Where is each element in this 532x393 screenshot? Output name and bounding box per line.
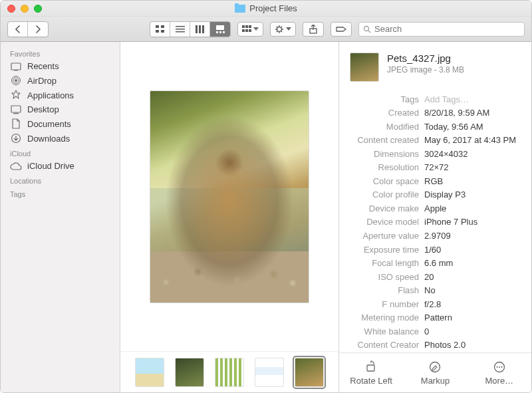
desktop-icon <box>10 105 22 114</box>
search-icon <box>363 25 371 33</box>
action-label: Rotate Left <box>350 376 392 386</box>
metadata-value: May 6, 2017 at 4:43 PM <box>424 134 521 146</box>
rotate-left-icon <box>364 360 378 374</box>
metadata-value: 6.6 mm <box>424 257 521 269</box>
metadata-key: Device model <box>350 216 424 228</box>
close-window-button[interactable] <box>7 5 15 13</box>
metadata-row: Exposure time1/60 <box>350 243 521 257</box>
markup-button[interactable]: Markup <box>403 353 467 392</box>
metadata-row: Content createdMay 6, 2017 at 4:43 PM <box>350 134 521 148</box>
sidebar-item-label: Recents <box>27 61 59 71</box>
svg-rect-23 <box>11 63 21 70</box>
metadata-key: Content created <box>350 134 424 146</box>
svg-rect-5 <box>176 29 185 30</box>
markup-icon <box>428 360 442 374</box>
thumbnail-selected[interactable] <box>295 358 324 387</box>
minimize-window-button[interactable] <box>21 5 29 13</box>
main-content <box>120 42 338 392</box>
svg-point-34 <box>496 366 497 368</box>
rotate-left-button[interactable]: Rotate Left <box>339 353 403 392</box>
inspector-thumbnail <box>350 53 379 82</box>
metadata-value: Display P3 <box>424 189 521 201</box>
metadata-row: Content CreatorPhotos 2.0 <box>350 338 521 352</box>
sidebar-item-label: Documents <box>27 119 71 129</box>
metadata-value: 0 <box>424 326 521 338</box>
thumbnail[interactable] <box>255 358 284 387</box>
svg-point-25 <box>15 79 17 82</box>
svg-rect-28 <box>11 106 21 112</box>
thumbnail[interactable] <box>135 358 164 387</box>
svg-rect-6 <box>176 31 185 33</box>
metadata-key: Color profile <box>350 189 424 201</box>
sidebar-item-airdrop[interactable]: AirDrop <box>1 73 120 88</box>
metadata-row: FlashNo <box>350 284 521 298</box>
sidebar-item-applications[interactable]: Applications <box>1 88 120 102</box>
metadata-key: F number <box>350 299 424 311</box>
back-button[interactable] <box>8 22 28 37</box>
metadata-row: Dimensions3024×4032 <box>350 147 521 161</box>
chevron-down-icon <box>253 27 259 31</box>
more-actions-button[interactable]: More… <box>467 353 531 392</box>
metadata-value: 3024×4032 <box>424 148 521 160</box>
add-tags-field[interactable]: Add Tags… <box>424 94 521 106</box>
zoom-window-button[interactable] <box>34 5 42 13</box>
share-button[interactable] <box>303 22 324 37</box>
sidebar-item-desktop[interactable]: Desktop <box>1 102 120 116</box>
sidebar-item-documents[interactable]: Documents <box>1 116 120 131</box>
view-mode-buttons <box>150 21 231 37</box>
metadata-key: Content Creator <box>350 339 424 351</box>
sidebar-section-tags: Tags <box>1 186 120 199</box>
metadata-value: 2.9709 <box>424 230 521 242</box>
recents-icon <box>10 62 22 71</box>
sidebar-item-downloads[interactable]: Downloads <box>1 131 120 146</box>
svg-rect-4 <box>176 26 185 27</box>
action-menu-button[interactable] <box>270 22 296 37</box>
toolbar <box>1 17 531 42</box>
metadata-row: Created8/20/18, 9:59 AM <box>350 106 521 120</box>
forward-button[interactable] <box>28 22 48 37</box>
gallery-view-button[interactable] <box>210 22 230 37</box>
metadata-value: Today, 9:56 AM <box>424 121 521 133</box>
svg-point-20 <box>277 27 282 31</box>
documents-icon <box>10 118 22 129</box>
svg-rect-2 <box>156 30 159 33</box>
quick-actions: Rotate Left Markup More… <box>339 352 531 392</box>
list-view-button[interactable] <box>170 22 190 37</box>
finder-window: Project Files <box>0 0 532 393</box>
preview-area <box>120 42 338 351</box>
tags-button[interactable] <box>331 22 352 37</box>
svg-rect-14 <box>242 25 245 28</box>
svg-rect-31 <box>367 365 374 371</box>
thumbnail[interactable] <box>175 358 204 387</box>
metadata-key: Device make <box>350 203 424 215</box>
sidebar-item-icloud-drive[interactable]: iCloud Drive <box>1 159 120 173</box>
metadata-key: Dimensions <box>350 148 424 160</box>
search-field[interactable] <box>358 22 525 37</box>
icon-view-button[interactable] <box>150 22 170 37</box>
metadata-list: TagsAdd Tags…Created8/20/18, 9:59 AMModi… <box>339 90 531 352</box>
metadata-value: Photos 2.0 <box>424 339 521 351</box>
metadata-value: 1/60 <box>424 244 521 256</box>
preview-image[interactable] <box>150 90 309 303</box>
svg-rect-12 <box>219 31 221 33</box>
window-title-text: Project Files <box>249 3 297 13</box>
search-input[interactable] <box>374 24 520 34</box>
sidebar-item-label: AirDrop <box>27 76 57 86</box>
sidebar-item-recents[interactable]: Recents <box>1 59 120 73</box>
metadata-row: Color spaceRGB <box>350 174 521 188</box>
svg-rect-8 <box>199 25 201 33</box>
file-name: Pets_4327.jpg <box>387 53 464 64</box>
column-view-button[interactable] <box>190 22 210 37</box>
metadata-value: Pattern <box>424 312 521 324</box>
svg-rect-10 <box>216 25 224 30</box>
metadata-row: Resolution72×72 <box>350 161 521 175</box>
group-by-button[interactable] <box>237 22 263 37</box>
thumbnail[interactable] <box>215 358 244 387</box>
svg-point-35 <box>499 366 500 368</box>
sidebar-section-favorites: Favorites <box>1 46 120 59</box>
metadata-row: F numberf/2.8 <box>350 297 521 311</box>
metadata-key: White balance <box>350 326 424 338</box>
more-icon <box>493 360 506 374</box>
svg-rect-19 <box>249 29 251 32</box>
metadata-key: Focal length <box>350 257 424 269</box>
